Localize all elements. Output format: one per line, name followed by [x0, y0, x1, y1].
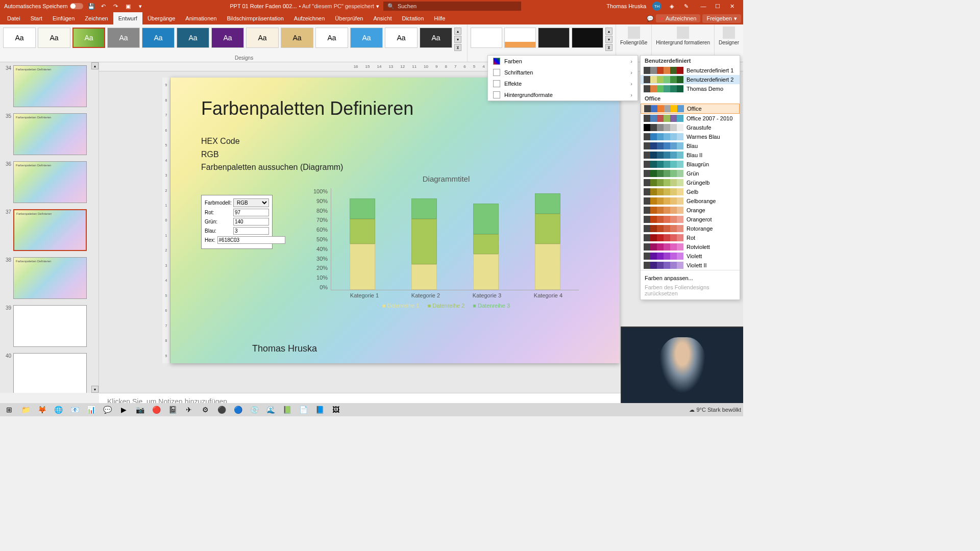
explorer-icon[interactable]: 📁 [18, 404, 33, 415]
autosave-toggle[interactable]: Automatisches Speichern [4, 3, 83, 9]
slide-title[interactable]: Farbenpaletten Definieren [201, 98, 589, 119]
flyout-effects[interactable]: Effekte› [488, 78, 638, 89]
design-thumb[interactable]: Aa [211, 28, 244, 48]
tab-einfuegen[interactable]: Einfügen [47, 12, 80, 24]
start-button[interactable]: ⊞ [2, 404, 16, 415]
color-scheme-row[interactable]: Violett II [641, 261, 740, 270]
blue-input[interactable] [233, 227, 269, 235]
close-button[interactable]: ✕ [725, 0, 739, 12]
pen-icon[interactable]: ✎ [682, 2, 690, 10]
slide-canvas[interactable]: Farbenpaletten Definieren HEX Code RGB F… [170, 78, 620, 363]
tab-start[interactable]: Start [26, 12, 47, 24]
design-thumb[interactable]: Aa [246, 28, 279, 48]
flyout-background[interactable]: Hintergrundformate› [488, 89, 638, 101]
variant-thumb[interactable] [572, 28, 603, 48]
tab-hilfe[interactable]: Hilfe [429, 12, 450, 24]
color-scheme-row[interactable]: Thomas Demo [641, 84, 740, 93]
excel-icon[interactable]: 📗 [280, 404, 294, 415]
share-button[interactable]: Freigeben▾ [702, 14, 741, 23]
slide-thumbnail[interactable]: 39 [0, 302, 99, 350]
app-icon[interactable]: 🔵 [231, 404, 245, 415]
word-icon[interactable]: 📘 [312, 404, 327, 415]
color-scheme-row[interactable]: Rotorange [641, 224, 740, 233]
design-thumb[interactable]: Aa [281, 28, 313, 48]
color-model-select[interactable]: RGB [233, 198, 269, 207]
minimize-button[interactable]: — [696, 0, 710, 12]
onenote-icon[interactable]: 📓 [165, 404, 180, 415]
diamond-icon[interactable]: ◈ [668, 2, 676, 10]
design-thumb[interactable]: Aa [315, 28, 348, 48]
scroll-down-icon[interactable]: ▾ [91, 386, 99, 393]
firefox-icon[interactable]: 🦊 [35, 404, 49, 415]
design-thumb[interactable]: Aa [3, 28, 36, 48]
hex-input[interactable] [217, 236, 285, 244]
slide-body[interactable]: HEX Code RGB Farbenpaletten aussuchen (D… [201, 135, 589, 174]
variant-more-icon[interactable]: ⊻ [605, 44, 612, 51]
color-scheme-row[interactable]: Rotviolett [641, 242, 740, 252]
slideshow-icon[interactable]: ▣ [124, 2, 132, 10]
comments-icon[interactable]: 💬 [647, 15, 654, 22]
app-icon[interactable]: 🖼 [329, 404, 343, 415]
slide-thumbnail[interactable]: 40 [0, 350, 99, 393]
color-scheme-row[interactable]: Graustufe [641, 123, 740, 132]
variant-up-icon[interactable]: ▴ [605, 28, 612, 35]
color-scheme-row[interactable]: Grün [641, 169, 740, 178]
tab-ueberpruefen[interactable]: Überprüfen [330, 12, 368, 24]
color-scheme-row[interactable]: Grüngelb [641, 178, 740, 187]
color-scheme-row[interactable]: Office 2007 - 2010 [641, 114, 740, 123]
design-thumb[interactable]: Aa [385, 28, 418, 48]
app-icon[interactable]: 🔴 [149, 404, 163, 415]
variant-thumb[interactable] [504, 28, 536, 48]
user-avatar[interactable]: TH [652, 2, 662, 11]
color-scheme-row[interactable]: Warmes Blau [641, 132, 740, 141]
tab-bildschirm[interactable]: Bildschirmpräsentation [222, 12, 289, 24]
slide-panel[interactable]: ▴ 34Farbenpaletten Definieren 35Farbenpa… [0, 62, 99, 393]
gallery-more-icon[interactable]: ⊻ [454, 44, 461, 51]
variant-thumb[interactable] [538, 28, 570, 48]
color-scheme-row[interactable]: Blaugrün [641, 160, 740, 169]
variant-thumb[interactable] [471, 28, 502, 48]
color-scheme-row[interactable]: Orangerot [641, 215, 740, 224]
undo-icon[interactable]: ↶ [100, 2, 108, 10]
color-scheme-row[interactable]: Blau [641, 141, 740, 151]
design-thumb[interactable]: Aa [350, 28, 383, 48]
obs-icon[interactable]: ⚫ [214, 404, 229, 415]
user-name[interactable]: Thomas Hruska [606, 3, 646, 9]
tab-ansicht[interactable]: Ansicht [368, 12, 397, 24]
tab-aufzeichnen[interactable]: Aufzeichnen [289, 12, 330, 24]
search-input[interactable]: 🔍 Suchen [383, 2, 521, 11]
flyout-colors[interactable]: Farben› [488, 56, 638, 67]
vlc-icon[interactable]: ▶ [116, 404, 131, 415]
app-icon[interactable]: 📄 [296, 404, 310, 415]
chrome-icon[interactable]: 🌐 [51, 404, 65, 415]
variant-down-icon[interactable]: ▾ [605, 36, 612, 43]
scroll-up-icon[interactable]: ▴ [91, 62, 99, 69]
design-thumb[interactable]: Aa [420, 28, 452, 48]
more-icon[interactable]: ▾ [136, 2, 144, 10]
slide-thumbnail[interactable]: 35Farbenpaletten Definieren [0, 110, 99, 158]
color-scheme-row[interactable]: Office [641, 104, 740, 114]
telegram-icon[interactable]: ✈ [182, 404, 196, 415]
design-thumb[interactable]: Aa [72, 28, 105, 48]
color-scheme-row[interactable]: Blau II [641, 151, 740, 160]
gallery-up-icon[interactable]: ▴ [454, 28, 461, 35]
redo-icon[interactable]: ↷ [112, 2, 120, 10]
edge-icon[interactable]: 🌊 [263, 404, 278, 415]
tab-datei[interactable]: Datei [2, 12, 26, 24]
slide-thumbnail[interactable]: 38Farbenpaletten Definieren [0, 254, 99, 302]
design-thumb[interactable]: Aa [107, 28, 140, 48]
customize-colors-button[interactable]: Farben anpassen... [645, 273, 736, 283]
design-thumb[interactable]: Aa [142, 28, 175, 48]
save-icon[interactable]: 💾 [87, 2, 95, 10]
tab-animationen[interactable]: Animationen [180, 12, 222, 24]
color-scheme-row[interactable]: Violett [641, 252, 740, 261]
slide-thumbnail[interactable]: 37Farbenpaletten Definieren [0, 206, 99, 254]
tab-dictation[interactable]: Dictation [397, 12, 429, 24]
app-icon[interactable]: 📷 [133, 404, 147, 415]
app-icon[interactable]: ⚙ [198, 404, 212, 415]
gallery-down-icon[interactable]: ▾ [454, 36, 461, 43]
tab-uebergaenge[interactable]: Übergänge [142, 12, 180, 24]
tab-entwurf[interactable]: Entwurf [113, 12, 142, 24]
design-thumb[interactable]: Aa [177, 28, 209, 48]
color-scheme-row[interactable]: Benutzerdefiniert 2 [641, 75, 740, 84]
